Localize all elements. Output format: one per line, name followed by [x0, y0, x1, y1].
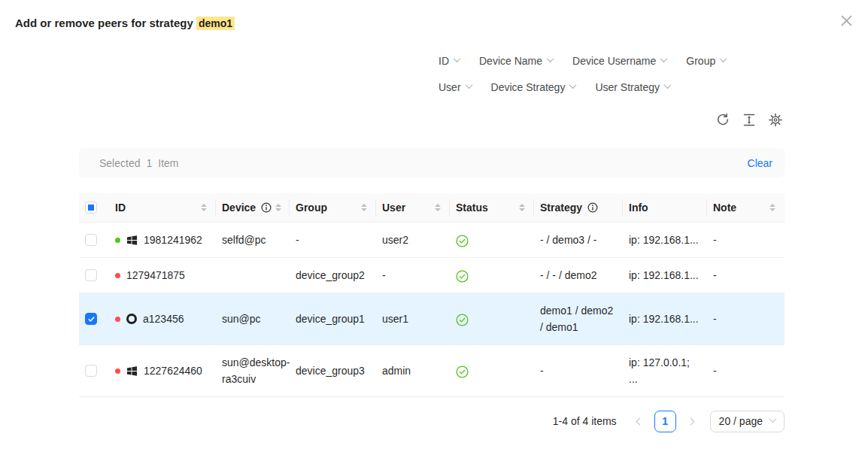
column-label: Note [713, 202, 736, 214]
filter-label: ID [439, 55, 449, 67]
density-button[interactable] [742, 113, 756, 126]
prev-page-button[interactable] [630, 412, 648, 430]
offline-dot-icon [115, 317, 120, 322]
strategy-name-highlight: demo1 [196, 17, 235, 30]
strategy-cell: - / - / demo2 [534, 258, 623, 293]
selection-suffix: Item [158, 157, 178, 169]
column-header-user[interactable]: User [376, 193, 450, 223]
filter-label: Device Username [572, 55, 656, 67]
group-cell: device_group2 [290, 258, 376, 293]
filter-device-name[interactable]: Device Name [479, 53, 553, 69]
selection-prefix: Selected [99, 157, 140, 169]
info-cell: ip: 192.168.1... [623, 223, 707, 258]
column-label: Device [222, 202, 256, 214]
device-cell: selfd@pc [216, 223, 290, 258]
info-circle-icon [587, 202, 598, 213]
page-size-select[interactable]: 20 / page [710, 411, 785, 432]
chevron-left-icon [636, 417, 643, 425]
group-cell: device_group1 [290, 293, 376, 345]
column-settings-button[interactable] [769, 113, 782, 126]
page-size-value: 20 / page [719, 415, 763, 427]
filter-device-username[interactable]: Device Username [572, 53, 666, 69]
column-label: Strategy [540, 202, 582, 214]
status-ok-icon [456, 235, 469, 247]
filter-label: User Strategy [595, 81, 660, 93]
offline-dot-icon [115, 273, 120, 278]
ring-os-icon [126, 314, 137, 324]
note-cell: - [707, 258, 785, 293]
user-cell: user1 [376, 293, 450, 345]
row-checkbox[interactable] [85, 269, 97, 281]
refresh-icon [716, 113, 730, 126]
column-label: Info [629, 202, 648, 214]
filter-id[interactable]: ID [439, 53, 460, 69]
status-ok-icon [456, 270, 469, 283]
device-id: a123456 [143, 311, 184, 327]
column-header-group[interactable]: Group [290, 193, 376, 223]
next-page-button[interactable] [683, 412, 701, 430]
table-row-selected: a123456 sun@pc device_group1 user1 demo1… [79, 293, 785, 345]
chevron-down-icon [465, 81, 472, 89]
sort-carets-icon [275, 204, 284, 211]
table-header-row: ID Device Group [79, 193, 785, 223]
filter-group[interactable]: Group [686, 53, 726, 69]
status-cell [450, 345, 534, 397]
status-cell [450, 258, 534, 293]
pagination: 1-4 of 4 items 1 20 / page [79, 409, 785, 433]
column-header-status[interactable]: Status [450, 193, 534, 223]
note-cell: - [707, 293, 785, 345]
row-checkbox[interactable] [85, 365, 97, 377]
close-button[interactable] [838, 12, 854, 29]
chevron-down-icon [569, 81, 577, 89]
filter-user[interactable]: User [439, 79, 472, 96]
row-checkbox[interactable] [85, 234, 97, 246]
clear-selection-link[interactable]: Clear [748, 157, 772, 169]
header-select-all [79, 193, 109, 223]
filter-label: Group [686, 55, 715, 67]
filter-row-1: ID Device Name Device Username Group [439, 53, 785, 69]
chevron-down-icon [720, 55, 727, 62]
page-title-text: Add or remove peers for strategy [15, 17, 193, 29]
status-ok-icon [456, 365, 469, 378]
offline-dot-icon [115, 368, 120, 374]
page-number-button[interactable]: 1 [654, 411, 676, 432]
windows-os-icon [126, 365, 138, 377]
filter-device-strategy[interactable]: Device Strategy [491, 79, 576, 96]
filter-panel: ID Device Name Device Username Group Use… [439, 53, 785, 96]
filter-label: Device Strategy [491, 81, 566, 93]
strategy-cell: - / demo3 / - [534, 223, 623, 258]
column-label: Status [456, 202, 488, 214]
chevron-down-icon [664, 81, 672, 89]
table-area: Selected 1 Item Clear ID [79, 148, 785, 433]
note-cell: - [707, 223, 785, 258]
check-icon [87, 315, 96, 323]
device-id: 1227624460 [144, 362, 202, 379]
filter-user-strategy[interactable]: User Strategy [595, 79, 670, 96]
device-cell [216, 258, 290, 293]
column-label: ID [115, 202, 126, 214]
info-cell: ip: 192.168.1... [623, 293, 707, 345]
selection-count: 1 [146, 157, 152, 169]
refresh-button[interactable] [716, 113, 730, 126]
row-checkbox-checked[interactable] [85, 313, 97, 325]
select-all-checkbox[interactable] [85, 202, 97, 214]
device-cell: sun@pc [216, 293, 290, 345]
chevron-down-icon [769, 415, 777, 423]
sort-carets-icon [435, 204, 444, 211]
column-header-note[interactable]: Note [707, 193, 785, 223]
table-row: 1279471875 device_group2 - - / - / demo2… [79, 258, 785, 293]
info-cell: ip: 127.0.0.1; ... [623, 345, 707, 397]
selection-summary: Selected 1 Item [99, 157, 179, 169]
device-cell: sun@desktop-ra3cuiv [216, 345, 290, 397]
online-dot-icon [115, 238, 120, 243]
strategy-cell: - [534, 345, 623, 397]
user-cell: - [376, 258, 450, 293]
close-icon [840, 14, 853, 27]
filter-label: User [439, 81, 461, 93]
column-label: Group [296, 202, 327, 214]
column-header-id[interactable]: ID [109, 193, 216, 223]
chevron-down-icon [454, 55, 461, 62]
note-cell: - [707, 345, 785, 397]
column-header-device[interactable]: Device [216, 193, 290, 223]
windows-os-icon [126, 235, 138, 246]
